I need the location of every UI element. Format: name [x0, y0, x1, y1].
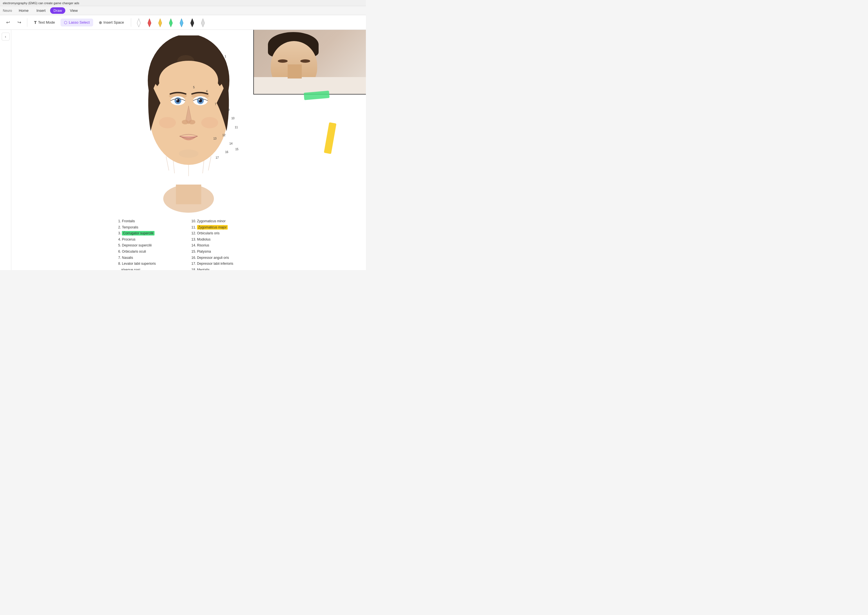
video-overlay: [253, 30, 366, 95]
svg-text:16: 16: [225, 150, 228, 154]
anatomy-container: 1 3 4 5 7 9 10 11 12 13 14 15 16 17 18: [130, 36, 248, 266]
title-bar: electromyography (EMG) can create game c…: [0, 0, 366, 6]
muscle-14: 14. Risorius: [191, 242, 259, 249]
svg-text:14: 14: [229, 142, 233, 145]
lasso-select-label: Lasso Select: [69, 20, 89, 25]
muscle-labels: 1. Frontalis 2. Temporalis 3. Corrugator…: [118, 218, 259, 270]
app-label: Neuro: [3, 9, 12, 12]
text-mode-icon: T: [34, 20, 37, 25]
text-mode-button[interactable]: T Text Mode: [31, 18, 58, 27]
svg-line-30: [166, 156, 169, 170]
svg-point-53: [179, 149, 199, 158]
muscle-11: 11. Zygomaticus major: [191, 225, 259, 231]
svg-text:15: 15: [235, 148, 239, 151]
svg-rect-8: [176, 184, 201, 204]
muscle-3: 3. Corrugator supercilii: [118, 230, 186, 237]
eraser-tool[interactable]: [199, 17, 207, 28]
toolbar: ↩ ↪ T Text Mode ⬡ Lasso Select ⊕ Insert …: [0, 15, 366, 30]
svg-line-34: [208, 156, 211, 170]
insert-space-label: Insert Space: [103, 20, 124, 25]
insert-space-icon: ⊕: [99, 20, 102, 25]
svg-text:5: 5: [193, 86, 195, 89]
svg-text:10: 10: [231, 117, 235, 120]
svg-marker-2: [158, 19, 162, 27]
muscle-12: 12. Orbicularis oris: [191, 230, 259, 237]
canvas-area[interactable]: 1 3 4 5 7 9 10 11 12 13 14 15 16 17 18: [11, 30, 366, 270]
muscle-10: 10. Zygomaticus minor: [191, 218, 259, 225]
menu-insert[interactable]: Insert: [33, 7, 49, 14]
svg-marker-4: [180, 19, 183, 27]
left-panel: ‹: [0, 30, 11, 270]
muscle-4: 4. Procerus: [118, 237, 186, 243]
menu-home[interactable]: Home: [16, 7, 32, 14]
muscle-18: 18. Mentalis: [191, 267, 259, 270]
divider-2: [131, 18, 131, 27]
main-content: ‹: [0, 30, 366, 270]
muscle-2: 2. Temporalis: [118, 225, 186, 231]
svg-point-51: [159, 117, 176, 128]
svg-text:12: 12: [222, 134, 226, 137]
svg-point-38: [159, 61, 218, 100]
svg-point-50: [189, 120, 195, 124]
text-mode-label: Text Mode: [38, 20, 55, 25]
svg-marker-3: [169, 19, 172, 27]
svg-text:4: 4: [206, 90, 208, 93]
muscle-17: 17. Depressor labii inferioris: [191, 261, 259, 267]
svg-marker-5: [191, 19, 194, 27]
svg-text:17: 17: [216, 156, 219, 159]
blue-pen-tool[interactable]: [177, 17, 186, 28]
svg-marker-6: [201, 19, 205, 27]
title-text: electromyography (EMG) can create game c…: [3, 2, 79, 5]
left-label-column: 1. Frontalis 2. Temporalis 3. Corrugator…: [118, 218, 186, 270]
muscle-7: 7. Nasalis: [118, 255, 186, 261]
svg-text:13: 13: [213, 137, 217, 140]
svg-marker-0: [137, 19, 141, 27]
muscle-8: 8. Levator labii superioris alaeque nasi: [118, 261, 186, 270]
svg-marker-1: [148, 19, 151, 27]
insert-space-button[interactable]: ⊕ Insert Space: [95, 19, 128, 27]
menu-bar: Neuro Home Insert Draw View: [0, 6, 366, 15]
right-label-column: 10. Zygomaticus minor 11. Zygomaticus ma…: [191, 218, 259, 270]
collapse-panel-button[interactable]: ‹: [2, 33, 9, 41]
white-pen-tool[interactable]: [135, 17, 143, 28]
svg-text:1: 1: [225, 55, 226, 58]
muscle-16: 16. Depressor anguli oris: [191, 255, 259, 261]
svg-text:9: 9: [228, 108, 230, 111]
muscle-15: 15. Platysma: [191, 249, 259, 255]
green-highlight-3: Corrugator supercilii: [122, 231, 154, 236]
svg-point-52: [201, 117, 218, 128]
lasso-select-icon: ⬡: [64, 20, 67, 25]
yellow-pen-tool[interactable]: [156, 17, 164, 28]
svg-text:7: 7: [215, 103, 216, 106]
red-pen-tool[interactable]: [145, 17, 154, 28]
face-svg: 1 3 4 5 7 9 10 11 12 13 14 15 16 17 18: [130, 36, 248, 213]
menu-draw[interactable]: Draw: [50, 7, 65, 14]
muscle-13: 13. Modiolus: [191, 237, 259, 243]
muscle-6: 6. Orbicularis oculi: [118, 249, 186, 255]
yellow-annotation: [324, 122, 336, 154]
muscle-5: 5. Depressor supercilii: [118, 242, 186, 249]
black-pen-tool[interactable]: [188, 17, 197, 28]
svg-text:11: 11: [235, 126, 238, 129]
divider-1: [27, 18, 27, 27]
svg-point-49: [182, 120, 189, 124]
svg-text:3: 3: [225, 80, 227, 83]
undo-button[interactable]: ↩: [3, 18, 13, 27]
yellow-highlight-11: Zygomaticus major: [197, 225, 228, 229]
face-illustration: 1 3 4 5 7 9 10 11 12 13 14 15 16 17 18: [130, 36, 248, 213]
lasso-select-button[interactable]: ⬡ Lasso Select: [61, 19, 93, 27]
muscle-1: 1. Frontalis: [118, 218, 186, 225]
redo-button[interactable]: ↪: [15, 18, 23, 27]
menu-view[interactable]: View: [66, 7, 81, 14]
green-pen-tool[interactable]: [167, 17, 175, 28]
